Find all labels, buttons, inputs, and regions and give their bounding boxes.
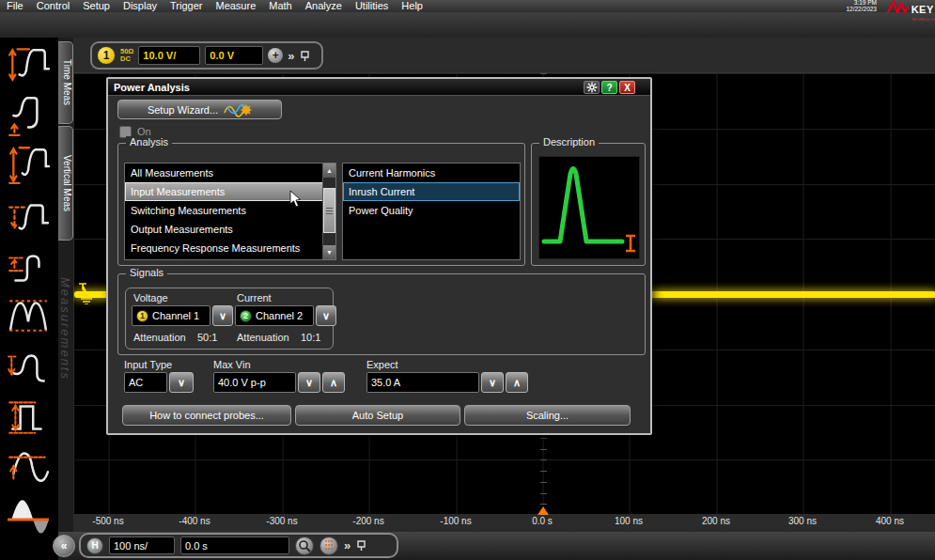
current-attenuation-label: Attenuation: [237, 332, 289, 343]
top-level-icon[interactable]: [6, 195, 51, 239]
trigger-time-marker[interactable]: [538, 506, 549, 515]
average-icon[interactable]: [6, 498, 51, 541]
brand-text: KEY: [912, 4, 934, 15]
keysight-logo: KEY TECHNOLOG: [887, 0, 935, 22]
coupling-label: DC: [120, 55, 133, 63]
peak-peak-icon[interactable]: [6, 143, 51, 186]
scroll-up-button[interactable]: ▲: [323, 163, 335, 178]
expect-increment-button[interactable]: ∧: [506, 372, 528, 393]
scroll-thumb[interactable]: [323, 188, 335, 233]
input-type-dropdown-button[interactable]: ∨: [169, 372, 194, 393]
signals-group: Signals Voltage Current 1 Channel 1 ∨ 2 …: [117, 273, 646, 355]
voltage-channel-dropdown-button[interactable]: ∨: [212, 305, 233, 326]
how-to-connect-probes-button[interactable]: How to connect probes...: [122, 405, 291, 426]
pin-icon[interactable]: [300, 50, 310, 62]
time-window-button[interactable]: [319, 537, 338, 555]
voltage-channel-combo[interactable]: 1 Channel 1 ∨: [132, 305, 233, 326]
dialog-help-button[interactable]: ?: [601, 81, 617, 94]
setup-wizard-button[interactable]: Setup Wizard...: [117, 100, 282, 119]
channel-expand-button[interactable]: »: [288, 49, 294, 63]
channel1-scale-field[interactable]: 10.0 V/: [138, 46, 200, 65]
measurement-icon-sidebar: [0, 38, 58, 560]
wizard-wave-gear-icon: [224, 101, 252, 117]
channel1-coupling[interactable]: 50Ω DC: [120, 48, 133, 63]
list-item-selected[interactable]: Input Measurements: [125, 182, 335, 201]
menu-control[interactable]: Control: [37, 0, 70, 12]
list-item[interactable]: Switching Measurements: [125, 201, 335, 220]
list-item[interactable]: Current Harmonics: [343, 163, 520, 182]
auto-setup-button[interactable]: Auto Setup: [295, 405, 460, 426]
power-analysis-dialog: Power Analysis ? X Setup Wizard... On An…: [106, 77, 652, 435]
menu-file[interactable]: File: [7, 0, 23, 12]
fall-time-icon[interactable]: [6, 94, 51, 137]
input-type-combo[interactable]: AC ∨: [124, 372, 194, 393]
current-channel-combo[interactable]: 2 Channel 2 ∨: [235, 305, 336, 326]
menu-measure[interactable]: Measure: [215, 0, 256, 12]
scroll-down-button[interactable]: ▼: [323, 245, 335, 259]
list-item[interactable]: Power Quality: [343, 201, 520, 220]
scaling-button[interactable]: Scaling...: [464, 405, 631, 426]
dialog-title: Power Analysis: [108, 82, 190, 93]
menu-utilities[interactable]: Utilities: [355, 0, 388, 12]
max-vin-value: 40.0 V p-p: [218, 377, 266, 388]
dialog-close-button[interactable]: X: [619, 81, 635, 94]
analysis-measurement-list[interactable]: Current Harmonics Inrush Current Power Q…: [342, 163, 521, 260]
channel2-dot-icon: 2: [240, 310, 252, 322]
channel1-offset-field[interactable]: 0.0 V: [205, 46, 263, 65]
current-label: Current: [237, 292, 272, 303]
expect-control[interactable]: 35.0 A ∨ ∧: [366, 372, 528, 393]
timebase-controls: H 100 ns/ 0.0 s »: [79, 533, 398, 558]
max-vin-decrement-button[interactable]: ∨: [298, 372, 320, 393]
max-vin-control[interactable]: 40.0 V p-p ∨ ∧: [213, 372, 345, 393]
measurements-watermark: Measurements: [58, 277, 72, 381]
menu-math[interactable]: Math: [269, 0, 291, 12]
input-type-label: Input Type: [124, 359, 172, 370]
add-channel-button[interactable]: +: [268, 48, 283, 63]
tab-vertical-meas[interactable]: Vertical Meas: [58, 126, 73, 241]
expect-decrement-button[interactable]: ∨: [481, 372, 504, 393]
input-type-value: AC: [129, 377, 143, 388]
description-group: Description: [531, 143, 646, 266]
horizontal-badge[interactable]: H: [86, 537, 103, 554]
timebase-scale-field[interactable]: 100 ns/: [109, 537, 175, 554]
menu-setup[interactable]: Setup: [83, 0, 110, 12]
channel1-ground-marker-icon[interactable]: [75, 282, 94, 304]
max-vin-increment-button[interactable]: ∧: [322, 372, 345, 393]
dashed-window-icon: [322, 539, 335, 552]
menu-analyze[interactable]: Analyze: [305, 0, 342, 12]
timebase-expand-button[interactable]: »: [344, 538, 351, 552]
period-icon[interactable]: [6, 443, 51, 487]
dialog-title-bar[interactable]: Power Analysis: [108, 79, 650, 96]
pin-icon[interactable]: [356, 539, 366, 552]
zoom-button[interactable]: [295, 537, 314, 555]
x-tick-5: 0.0 s: [532, 516, 553, 526]
oscilloscope-screen: File Control Setup Display Trigger Measu…: [0, 0, 935, 560]
settling-time-icon[interactable]: [6, 346, 51, 389]
amplitude-icon[interactable]: [6, 246, 51, 289]
timebase-position-field[interactable]: 0.0 s: [180, 537, 289, 554]
current-channel-dropdown-button[interactable]: ∨: [316, 305, 336, 326]
channel1-badge[interactable]: 1: [97, 46, 116, 65]
expect-label: Expect: [366, 359, 398, 370]
dialog-settings-button[interactable]: [584, 81, 600, 94]
clock-date: 12/22/2023: [846, 7, 877, 13]
menu-trigger[interactable]: Trigger: [170, 0, 202, 12]
analysis-group-label: Analysis: [126, 136, 172, 148]
list-item[interactable]: Output Measurements: [125, 220, 335, 239]
pulse-width-icon[interactable]: [6, 395, 51, 438]
category-scrollbar[interactable]: ▲ ▼: [322, 163, 335, 259]
rise-time-icon[interactable]: [6, 43, 51, 86]
x-tick-2: -300 ns: [266, 516, 297, 526]
list-item-selected[interactable]: Inrush Current: [343, 182, 520, 201]
list-item[interactable]: All Measurements: [125, 163, 335, 182]
overshoot-icon[interactable]: [6, 293, 51, 336]
tab-time-meas[interactable]: Time Meas: [58, 41, 73, 124]
menu-display[interactable]: Display: [123, 0, 157, 12]
analysis-category-list[interactable]: All Measurements Input Measurements Swit…: [124, 163, 336, 260]
collapse-sidebar-button[interactable]: «: [53, 535, 75, 557]
menu-help[interactable]: Help: [401, 0, 423, 12]
voltage-label: Voltage: [133, 292, 168, 303]
description-preview: [538, 156, 640, 259]
list-item[interactable]: Frequency Response Measurements: [125, 239, 335, 257]
keysight-spark-icon: [887, 0, 912, 14]
